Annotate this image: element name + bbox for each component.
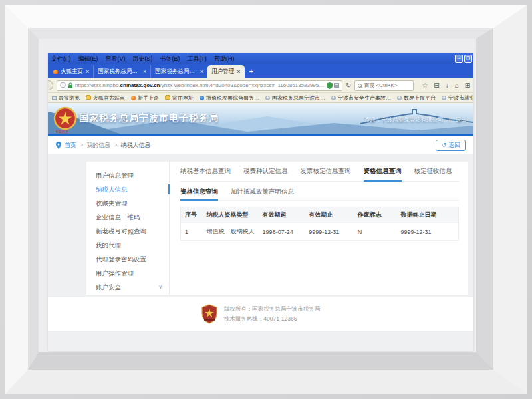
cell-valid-to: 9999-12-31 xyxy=(305,223,353,241)
location-pin-icon xyxy=(56,142,61,149)
bookmark-star-icon[interactable]: ☆ xyxy=(422,82,428,89)
cell-seq: 1 xyxy=(181,223,203,241)
sidebar-item-favorites[interactable]: 收藏夹管理 xyxy=(86,196,169,210)
padlock-icon xyxy=(68,82,73,89)
reload-icon[interactable]: ↻ xyxy=(346,82,351,89)
sidebar-item-my-agent[interactable]: 我的代理 xyxy=(86,238,169,252)
minimize-button[interactable]: ─ xyxy=(455,55,463,63)
tab-label: 国家税务总局宁波市电子税务局 xyxy=(155,68,198,76)
maximize-button[interactable]: ❐ xyxy=(464,55,472,63)
sidebar-item-agent-password[interactable]: 代理登录密码设置 xyxy=(86,252,169,266)
browser-window: 文件(F) 编辑(E) 查看(V) 历史(S) 书签(B) 工具(T) 帮助(H… xyxy=(48,53,473,351)
breadcrumb-my-info[interactable]: 我的信息 xyxy=(86,141,110,150)
subtab-deduction-policy[interactable]: 加计抵减政策声明信息 xyxy=(231,188,294,200)
folder-icon xyxy=(86,96,91,100)
back-icon[interactable]: ← xyxy=(48,80,53,90)
globe-icon xyxy=(265,96,270,100)
browser-tabbar: 火狐主页 × 国家税务总局宁波市电子税务局 × 国家税务总局宁波市电子税务局 ×… xyxy=(48,64,473,78)
subtab-qualification-query[interactable]: 资格信息查询 xyxy=(180,188,218,201)
bookmark-tax-ningbo[interactable]: 国家税务总局宁波市… xyxy=(265,94,325,102)
tab-basic-tax-info[interactable]: 纳税基本信息查询 xyxy=(180,167,231,181)
menu-history[interactable]: 历史(S) xyxy=(133,55,153,63)
search-input[interactable] xyxy=(364,82,410,88)
globe-icon xyxy=(331,96,336,100)
search-icon xyxy=(358,84,362,88)
menu-edit[interactable]: 编辑(E) xyxy=(78,55,98,63)
menu-file[interactable]: 文件(F) xyxy=(51,55,71,63)
sidebar-item-tax-number-lookup[interactable]: 新老税号对照查询 xyxy=(86,224,169,238)
logo-caption: 中国税务 xyxy=(55,129,69,134)
page-footer: 版权所有：国家税务总局宁波市税务局 技术服务热线：40071-12366 xyxy=(48,297,473,331)
browser-navbar: ← ⓘ https://etax.ningbo.chinatax.gov.cn/… xyxy=(48,78,473,93)
globe-icon xyxy=(442,96,446,100)
logout-link[interactable]: 退出 xyxy=(456,116,467,124)
shield-icon[interactable] xyxy=(327,82,332,89)
reader-grid-icon[interactable] xyxy=(334,83,339,88)
search-box xyxy=(354,80,414,91)
return-icon: ↺ xyxy=(441,142,446,148)
bookmark-common-urls[interactable]: 常用网址 xyxy=(165,94,194,102)
bookmarks-bar: 最常浏览 火狐官方站点 新手上路 常用网址 增值税发票综合服务… 国家税务总局宁… xyxy=(48,93,473,103)
sidebar-item-qr-code[interactable]: 企业信息二维码 xyxy=(86,210,169,224)
sidebar-menu: 用户信息管理 纳税人信息 收藏夹管理 企业信息二维码 新老税号对照查询 我的代理… xyxy=(86,162,170,295)
col-valid-to: 有效期止 xyxy=(305,207,353,223)
close-tab-icon[interactable]: × xyxy=(143,68,146,75)
new-tab-button[interactable]: + xyxy=(245,67,258,75)
breadcrumb-home-link[interactable]: 首页 xyxy=(65,141,76,150)
hotline-text: 技术服务热线：40071-12366 xyxy=(224,314,321,324)
page-viewport: 国家税务总局宁波市电子税务局 中国税务 欢迎，宁波精业保管箱有限公司 ｜ 退出 … xyxy=(48,104,473,351)
bookmark-vat-invoice[interactable]: 增值税发票综合服务… xyxy=(200,94,259,102)
tab-user-management-active[interactable]: 用户管理 × xyxy=(207,65,244,78)
bookmark-most-visited[interactable]: 最常浏览 xyxy=(52,94,80,102)
bookmark-service-platform[interactable]: 数易上服平台 xyxy=(397,94,436,102)
tax-shield-emblem xyxy=(201,304,217,324)
col-valid-from: 有效期起 xyxy=(259,207,305,223)
bookmark-firefox-official[interactable]: 火狐官方站点 xyxy=(86,94,125,102)
table-header-row: 序号 纳税人资格类型 有效期起 有效期止 作废标志 数据终止日期 xyxy=(181,207,459,223)
bookmark-safety[interactable]: 宁波市安全生产事故… xyxy=(331,94,391,102)
breadcrumb-separator: > xyxy=(114,142,117,148)
sidebar-item-user-operations[interactable]: 用户操作管理 xyxy=(86,266,169,280)
info-icon[interactable]: ⓘ xyxy=(60,81,66,90)
grid-icon xyxy=(52,96,57,100)
back-button[interactable]: ↺ 返回 xyxy=(436,140,466,151)
col-qualification-type: 纳税人资格类型 xyxy=(203,207,259,223)
main-panel: 纳税基本信息查询 税费种认定信息 发票核定信息查询 资格信息查询 核定征收信息 … xyxy=(170,162,468,295)
tab-assessed-collection[interactable]: 核定征收信息 xyxy=(414,167,452,181)
tab-firefox-home[interactable]: 火狐主页 × xyxy=(49,65,93,78)
browser-menubar: 文件(F) 编辑(E) 查看(V) 历史(S) 书签(B) 工具(T) 帮助(H… xyxy=(48,53,473,64)
globe-icon xyxy=(397,96,402,100)
back-button-label: 返回 xyxy=(448,141,460,150)
cell-void-flag: N xyxy=(354,223,397,241)
library-icon[interactable]: ⊟ xyxy=(434,82,439,89)
tab-invoice-verification[interactable]: 发票核定信息查询 xyxy=(301,167,351,181)
close-tab-icon[interactable]: × xyxy=(237,68,240,75)
home-icon[interactable]: ⌂ xyxy=(455,82,459,89)
sidebar-item-user-info[interactable]: 用户信息管理 xyxy=(86,168,169,182)
screenshots-icon[interactable]: ⊞ xyxy=(465,82,470,89)
window-controls: ─ ❐ xyxy=(455,55,472,63)
sidebar-item-taxpayer-info[interactable]: 纳税人信息 xyxy=(86,182,169,196)
firefox-icon xyxy=(53,70,58,74)
close-tab-icon[interactable]: × xyxy=(86,68,89,75)
tab-etax-1[interactable]: 国家税务总局宁波市电子税务局 × xyxy=(93,65,150,78)
tab-qualification-info[interactable]: 资格信息查询 xyxy=(364,167,402,182)
url-bar[interactable]: ⓘ https://etax.ningbo.chinatax.gov.cn/yh… xyxy=(57,80,342,91)
menu-bookmarks[interactable]: 书签(B) xyxy=(160,55,180,63)
download-icon[interactable]: ↓ xyxy=(446,82,449,89)
url-text: https://etax.ningbo.chinatax.gov.cn/yhzx… xyxy=(75,82,325,88)
menu-view[interactable]: 查看(V) xyxy=(106,55,126,63)
sidebar-item-account-security[interactable]: 账户安全 ∨ xyxy=(86,280,169,294)
bookmark-employment[interactable]: 宁波市就业管理网上… xyxy=(442,94,473,102)
bookmark-getting-started[interactable]: 新手上路 xyxy=(131,94,159,102)
tab-tax-category[interactable]: 税费种认定信息 xyxy=(243,167,288,181)
qualification-table: 序号 纳税人资格类型 有效期起 有效期止 作废标志 数据终止日期 1 增值税一般… xyxy=(180,207,459,241)
menu-help[interactable]: 帮助(H) xyxy=(214,55,235,63)
main-tab-strip: 纳税基本信息查询 税费种认定信息 发票核定信息查询 资格信息查询 核定征收信息 xyxy=(180,167,459,182)
tab-etax-2[interactable]: 国家税务总局宁波市电子税务局 × xyxy=(150,65,207,78)
col-void-flag: 作废标志 xyxy=(354,207,397,223)
menu-tools[interactable]: 工具(T) xyxy=(188,55,207,63)
close-tab-icon[interactable]: × xyxy=(200,68,203,75)
national-emblem-logo xyxy=(53,106,77,130)
content-card: 用户信息管理 纳税人信息 收藏夹管理 企业信息二维码 新老税号对照查询 我的代理… xyxy=(86,162,468,295)
